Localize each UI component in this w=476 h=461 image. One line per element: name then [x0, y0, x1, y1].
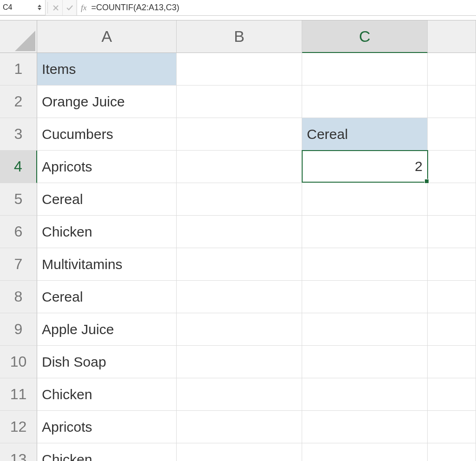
cell-A9[interactable]: Apple Juice: [37, 313, 177, 346]
cell-C6[interactable]: [302, 216, 428, 248]
fx-icon: fx: [81, 3, 86, 13]
cell-B2[interactable]: [177, 86, 302, 118]
spreadsheet-grid[interactable]: A B C 1 Items 2 Orange Juice 3 Cucumbers…: [0, 20, 476, 461]
cell-B9[interactable]: [177, 313, 302, 346]
cell-C2[interactable]: [302, 86, 428, 118]
cell-D3[interactable]: [428, 118, 476, 151]
cell-C3[interactable]: Cereal: [302, 118, 428, 151]
cell-A5[interactable]: Cereal: [37, 183, 177, 216]
check-icon: [66, 5, 73, 11]
cell-C13[interactable]: [302, 443, 428, 461]
cancel-button[interactable]: [49, 0, 63, 15]
divider: [47, 2, 48, 13]
cell-B11[interactable]: [177, 378, 302, 411]
cell-A1[interactable]: Items: [37, 53, 177, 86]
row-header-7[interactable]: 7: [0, 248, 37, 281]
cell-C10[interactable]: [302, 346, 428, 378]
col-header-B[interactable]: B: [177, 20, 302, 53]
cell-D6[interactable]: [428, 216, 476, 248]
cell-D13[interactable]: [428, 443, 476, 461]
cell-C7[interactable]: [302, 248, 428, 281]
sheet-top-border: [0, 16, 476, 20]
cell-B12[interactable]: [177, 411, 302, 443]
cell-D2[interactable]: [428, 86, 476, 118]
col-header-A[interactable]: A: [37, 20, 177, 53]
cell-C4[interactable]: 2: [302, 150, 428, 183]
cell-B8[interactable]: [177, 281, 302, 313]
cell-B4[interactable]: [177, 151, 302, 183]
close-icon: [53, 5, 59, 11]
col-header-C[interactable]: C: [302, 20, 428, 53]
cell-B1[interactable]: [177, 53, 302, 86]
cell-A6[interactable]: Chicken: [37, 216, 177, 248]
cell-D4[interactable]: [428, 151, 476, 183]
name-box-stepper[interactable]: [38, 5, 41, 10]
cell-A13[interactable]: Chicken: [37, 443, 177, 461]
cell-A11[interactable]: Chicken: [37, 378, 177, 411]
cell-A12[interactable]: Apricots: [37, 411, 177, 443]
cell-B5[interactable]: [177, 183, 302, 216]
chevron-up-icon: [38, 5, 41, 7]
cell-A7[interactable]: Multivitamins: [37, 248, 177, 281]
cell-B6[interactable]: [177, 216, 302, 248]
cell-B13[interactable]: [177, 443, 302, 461]
cell-A2[interactable]: Orange Juice: [37, 86, 177, 118]
cell-D11[interactable]: [428, 378, 476, 411]
cell-C1[interactable]: [302, 53, 428, 86]
row-header-11[interactable]: 11: [0, 378, 37, 411]
cell-B7[interactable]: [177, 248, 302, 281]
confirm-button[interactable]: [63, 0, 77, 15]
cell-D5[interactable]: [428, 183, 476, 216]
cell-D7[interactable]: [428, 248, 476, 281]
row-header-3[interactable]: 3: [0, 118, 37, 151]
name-box[interactable]: C4: [0, 0, 46, 15]
cell-A8[interactable]: Cereal: [37, 281, 177, 313]
row-header-13[interactable]: 13: [0, 443, 37, 461]
row-header-4[interactable]: 4: [0, 151, 37, 183]
cell-C12[interactable]: [302, 411, 428, 443]
cell-D12[interactable]: [428, 411, 476, 443]
row-header-8[interactable]: 8: [0, 281, 37, 313]
cell-B3[interactable]: [177, 118, 302, 151]
cell-A4[interactable]: Apricots: [37, 151, 177, 183]
cell-D9[interactable]: [428, 313, 476, 346]
cell-C8[interactable]: [302, 281, 428, 313]
cell-A10[interactable]: Dish Soap: [37, 346, 177, 378]
row-header-5[interactable]: 5: [0, 183, 37, 216]
name-box-value: C4: [3, 3, 36, 12]
chevron-down-icon: [38, 8, 41, 10]
row-header-1[interactable]: 1: [0, 53, 37, 86]
cell-C11[interactable]: [302, 378, 428, 411]
formula-input[interactable]: fx =COUNTIF(A2:A13,C3): [77, 0, 476, 15]
row-header-10[interactable]: 10: [0, 346, 37, 378]
col-header-extra[interactable]: [428, 20, 476, 53]
row-header-12[interactable]: 12: [0, 411, 37, 443]
row-header-2[interactable]: 2: [0, 86, 37, 118]
formula-text: =COUNTIF(A2:A13,C3): [91, 3, 179, 13]
cell-D10[interactable]: [428, 346, 476, 378]
cell-A3[interactable]: Cucumbers: [37, 118, 177, 151]
cell-C5[interactable]: [302, 183, 428, 216]
formula-bar: C4 fx =COUNTIF(A2:A13,C3): [0, 0, 476, 16]
cell-D8[interactable]: [428, 281, 476, 313]
row-header-6[interactable]: 6: [0, 216, 37, 248]
cell-C9[interactable]: [302, 313, 428, 346]
cell-D1[interactable]: [428, 53, 476, 86]
cell-B10[interactable]: [177, 346, 302, 378]
select-all-corner[interactable]: [0, 20, 37, 53]
row-header-9[interactable]: 9: [0, 313, 37, 346]
